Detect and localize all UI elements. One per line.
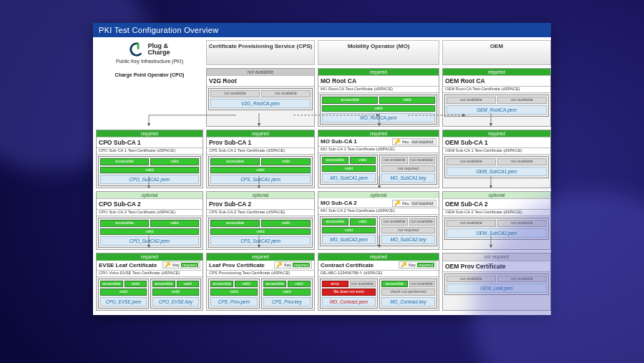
node-oem-subca2[interactable]: optional OEM Sub-CA 2 OEM Sub-CA 2 Test-… <box>442 191 551 250</box>
file-link[interactable]: CPS_SubCA2.pem <box>210 236 311 246</box>
key-chip: 🔑Keynot required <box>392 200 436 207</box>
file-link[interactable]: CPS_SubCA1.pem <box>210 175 311 184</box>
key-chip: 🔑Keyrequired <box>399 261 436 268</box>
node-oem-root[interactable]: required OEM Root CA OEM Root-CA Test-Ce… <box>442 68 551 127</box>
file-link[interactable]: CPO_SubCA2.pem <box>100 236 199 246</box>
file-link[interactable]: MO_Contract.pem <box>322 297 376 306</box>
key-chip: 🔑Keyrequired <box>274 261 312 268</box>
file-link[interactable]: CPS_Prov.key <box>263 297 311 306</box>
file-link[interactable]: CPO_EVSE.pem <box>100 297 147 306</box>
file-link[interactable]: MO_RootCA.pem <box>322 113 435 122</box>
node-evse-leaf[interactable]: required EVSE Leaf Certificate 🔑Keyrequi… <box>96 253 203 310</box>
key-icon: 🔑 <box>165 262 171 268</box>
panel-title: PKI Test Configuration Overview <box>93 23 551 37</box>
file-link[interactable]: CPS_Prov.pem <box>210 297 258 306</box>
file-link[interactable]: MO_SubCA2.pem <box>322 235 376 244</box>
node-cpo-subca2[interactable]: optional CPO Sub-CA 2 CPO Sub-CA 2 Test-… <box>96 191 203 250</box>
key-icon: 🔑 <box>276 262 283 268</box>
plug-charge-icon <box>129 42 145 57</box>
node-mo-subca2[interactable]: optional MO Sub-CA 2 🔑Keynot required MO… <box>318 191 439 250</box>
node-oem-subca1[interactable]: required OEM Sub-CA 1 OEM Sub-CA 1 Test-… <box>442 130 551 188</box>
col-oem: OEM <box>442 40 551 65</box>
file-link[interactable]: V2G_RootCA.pem <box>210 99 311 108</box>
node-cpo-subca1[interactable]: required CPO Sub-CA 1 CPO Sub-CA 1 Test-… <box>96 130 203 188</box>
grid: Plug &Charge Public Key Infrastructure (… <box>93 37 551 315</box>
brand-subtitle: Public Key Infrastructure (PKI) <box>116 59 183 64</box>
file-link[interactable]: CPO_SubCA1.pem <box>100 175 199 184</box>
svg-rect-0 <box>137 42 140 49</box>
node-prov-subca2[interactable]: optional Prov Sub-CA 2 CPS Sub-CA 2 Test… <box>206 191 315 250</box>
key-chip: 🔑Keynot required <box>392 138 436 145</box>
col-mo: Mobility Operator (MO) <box>318 40 439 65</box>
file-link[interactable]: OEM_SubCA2.pem <box>447 228 547 238</box>
col-cps: Certificate Provisioning Service (CPS) <box>206 40 315 65</box>
file-link[interactable]: MO_SubCA1.key <box>381 173 435 183</box>
file-link[interactable]: MO_SubCA1.pem <box>322 173 376 183</box>
file-link[interactable]: OEM_Leaf.pem <box>447 284 547 293</box>
key-chip: 🔑Keyrequired <box>162 261 200 268</box>
key-icon: 🔑 <box>394 200 401 206</box>
file-link[interactable]: MO_Contract.key <box>381 297 435 306</box>
file-link[interactable]: OEM_RootCA.pem <box>447 105 547 115</box>
brand-block: Plug &Charge Public Key Infrastructure (… <box>96 40 203 65</box>
node-contract-cert[interactable]: required Contract Certificate 🔑Keyrequir… <box>318 253 439 310</box>
file-link[interactable]: MO_SubCA2.key <box>381 235 435 244</box>
node-leaf-prov[interactable]: required Leaf Prov Certificate 🔑Keyrequi… <box>206 253 315 310</box>
file-link[interactable]: CPO_EVSE.key <box>152 297 199 306</box>
node-prov-subca1[interactable]: required Prov Sub-CA 1 CPS Sub-CA 1 Test… <box>206 130 315 188</box>
key-icon: 🔑 <box>401 262 407 268</box>
col-cpo: Charge Point Operator (CPO) <box>96 68 203 127</box>
file-link[interactable]: OEM_SubCA1.pem <box>447 167 547 176</box>
node-mo-subca1[interactable]: required MO Sub-CA 1 🔑Keynot required MO… <box>318 130 439 188</box>
key-icon: 🔑 <box>394 139 401 145</box>
node-mo-root[interactable]: required MO Root CA MO Root-CA Test-Cert… <box>318 68 439 127</box>
config-panel: PKI Test Configuration Overview Plug &Ch… <box>93 23 551 315</box>
node-v2g-root[interactable]: not available V2G Root not availablenot … <box>206 68 315 127</box>
node-oem-prov[interactable]: not required OEM Prov Certificate not av… <box>442 253 551 310</box>
